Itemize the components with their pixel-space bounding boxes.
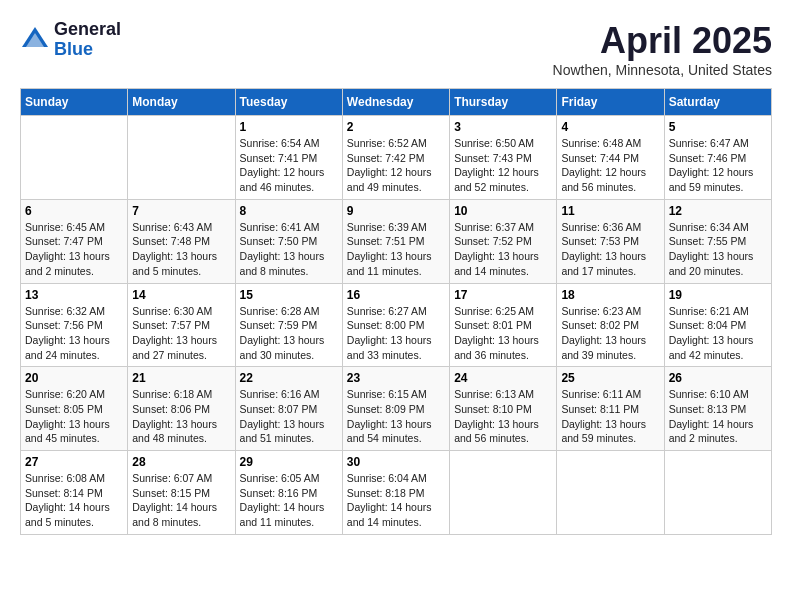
day-info: Sunrise: 6:20 AM Sunset: 8:05 PM Dayligh… (25, 387, 123, 446)
title-section: April 2025 Nowthen, Minnesota, United St… (553, 20, 772, 78)
day-info: Sunrise: 6:18 AM Sunset: 8:06 PM Dayligh… (132, 387, 230, 446)
calendar-cell: 23Sunrise: 6:15 AM Sunset: 8:09 PM Dayli… (342, 367, 449, 451)
day-info: Sunrise: 6:48 AM Sunset: 7:44 PM Dayligh… (561, 136, 659, 195)
calendar-cell: 14Sunrise: 6:30 AM Sunset: 7:57 PM Dayli… (128, 283, 235, 367)
logo-text: General Blue (54, 20, 121, 60)
calendar-cell: 9Sunrise: 6:39 AM Sunset: 7:51 PM Daylig… (342, 199, 449, 283)
header-day: Thursday (450, 89, 557, 116)
day-number: 15 (240, 288, 338, 302)
calendar-week: 6Sunrise: 6:45 AM Sunset: 7:47 PM Daylig… (21, 199, 772, 283)
day-info: Sunrise: 6:47 AM Sunset: 7:46 PM Dayligh… (669, 136, 767, 195)
day-info: Sunrise: 6:52 AM Sunset: 7:42 PM Dayligh… (347, 136, 445, 195)
calendar-cell: 29Sunrise: 6:05 AM Sunset: 8:16 PM Dayli… (235, 451, 342, 535)
calendar-cell (128, 116, 235, 200)
day-number: 21 (132, 371, 230, 385)
day-info: Sunrise: 6:39 AM Sunset: 7:51 PM Dayligh… (347, 220, 445, 279)
day-number: 28 (132, 455, 230, 469)
calendar-cell: 10Sunrise: 6:37 AM Sunset: 7:52 PM Dayli… (450, 199, 557, 283)
day-info: Sunrise: 6:41 AM Sunset: 7:50 PM Dayligh… (240, 220, 338, 279)
day-info: Sunrise: 6:28 AM Sunset: 7:59 PM Dayligh… (240, 304, 338, 363)
calendar-cell: 24Sunrise: 6:13 AM Sunset: 8:10 PM Dayli… (450, 367, 557, 451)
day-info: Sunrise: 6:34 AM Sunset: 7:55 PM Dayligh… (669, 220, 767, 279)
calendar-cell: 21Sunrise: 6:18 AM Sunset: 8:06 PM Dayli… (128, 367, 235, 451)
calendar-cell: 17Sunrise: 6:25 AM Sunset: 8:01 PM Dayli… (450, 283, 557, 367)
logo: General Blue (20, 20, 121, 60)
calendar-cell: 22Sunrise: 6:16 AM Sunset: 8:07 PM Dayli… (235, 367, 342, 451)
day-info: Sunrise: 6:23 AM Sunset: 8:02 PM Dayligh… (561, 304, 659, 363)
day-number: 6 (25, 204, 123, 218)
calendar-cell (664, 451, 771, 535)
day-info: Sunrise: 6:16 AM Sunset: 8:07 PM Dayligh… (240, 387, 338, 446)
header-row: SundayMondayTuesdayWednesdayThursdayFrid… (21, 89, 772, 116)
day-number: 14 (132, 288, 230, 302)
header-day: Saturday (664, 89, 771, 116)
day-number: 10 (454, 204, 552, 218)
day-number: 13 (25, 288, 123, 302)
calendar-body: 1Sunrise: 6:54 AM Sunset: 7:41 PM Daylig… (21, 116, 772, 535)
day-number: 8 (240, 204, 338, 218)
day-number: 29 (240, 455, 338, 469)
day-info: Sunrise: 6:54 AM Sunset: 7:41 PM Dayligh… (240, 136, 338, 195)
calendar-cell: 13Sunrise: 6:32 AM Sunset: 7:56 PM Dayli… (21, 283, 128, 367)
day-number: 2 (347, 120, 445, 134)
month-title: April 2025 (553, 20, 772, 62)
logo-blue: Blue (54, 40, 121, 60)
day-info: Sunrise: 6:10 AM Sunset: 8:13 PM Dayligh… (669, 387, 767, 446)
day-number: 17 (454, 288, 552, 302)
day-info: Sunrise: 6:08 AM Sunset: 8:14 PM Dayligh… (25, 471, 123, 530)
calendar-week: 20Sunrise: 6:20 AM Sunset: 8:05 PM Dayli… (21, 367, 772, 451)
day-number: 12 (669, 204, 767, 218)
day-number: 23 (347, 371, 445, 385)
page-header: General Blue April 2025 Nowthen, Minneso… (20, 20, 772, 78)
header-day: Monday (128, 89, 235, 116)
calendar-cell: 8Sunrise: 6:41 AM Sunset: 7:50 PM Daylig… (235, 199, 342, 283)
day-number: 19 (669, 288, 767, 302)
calendar-header: SundayMondayTuesdayWednesdayThursdayFrid… (21, 89, 772, 116)
calendar-cell: 5Sunrise: 6:47 AM Sunset: 7:46 PM Daylig… (664, 116, 771, 200)
calendar-week: 27Sunrise: 6:08 AM Sunset: 8:14 PM Dayli… (21, 451, 772, 535)
calendar-cell: 30Sunrise: 6:04 AM Sunset: 8:18 PM Dayli… (342, 451, 449, 535)
day-number: 5 (669, 120, 767, 134)
day-info: Sunrise: 6:43 AM Sunset: 7:48 PM Dayligh… (132, 220, 230, 279)
calendar-cell: 1Sunrise: 6:54 AM Sunset: 7:41 PM Daylig… (235, 116, 342, 200)
calendar: SundayMondayTuesdayWednesdayThursdayFrid… (20, 88, 772, 535)
day-info: Sunrise: 6:36 AM Sunset: 7:53 PM Dayligh… (561, 220, 659, 279)
header-day: Friday (557, 89, 664, 116)
day-info: Sunrise: 6:37 AM Sunset: 7:52 PM Dayligh… (454, 220, 552, 279)
location: Nowthen, Minnesota, United States (553, 62, 772, 78)
day-info: Sunrise: 6:25 AM Sunset: 8:01 PM Dayligh… (454, 304, 552, 363)
calendar-cell: 12Sunrise: 6:34 AM Sunset: 7:55 PM Dayli… (664, 199, 771, 283)
calendar-cell: 27Sunrise: 6:08 AM Sunset: 8:14 PM Dayli… (21, 451, 128, 535)
day-info: Sunrise: 6:27 AM Sunset: 8:00 PM Dayligh… (347, 304, 445, 363)
calendar-week: 13Sunrise: 6:32 AM Sunset: 7:56 PM Dayli… (21, 283, 772, 367)
header-day: Sunday (21, 89, 128, 116)
calendar-cell: 18Sunrise: 6:23 AM Sunset: 8:02 PM Dayli… (557, 283, 664, 367)
day-number: 24 (454, 371, 552, 385)
calendar-cell: 15Sunrise: 6:28 AM Sunset: 7:59 PM Dayli… (235, 283, 342, 367)
day-number: 3 (454, 120, 552, 134)
day-info: Sunrise: 6:15 AM Sunset: 8:09 PM Dayligh… (347, 387, 445, 446)
day-info: Sunrise: 6:32 AM Sunset: 7:56 PM Dayligh… (25, 304, 123, 363)
calendar-cell: 28Sunrise: 6:07 AM Sunset: 8:15 PM Dayli… (128, 451, 235, 535)
day-number: 26 (669, 371, 767, 385)
day-info: Sunrise: 6:04 AM Sunset: 8:18 PM Dayligh… (347, 471, 445, 530)
calendar-cell: 19Sunrise: 6:21 AM Sunset: 8:04 PM Dayli… (664, 283, 771, 367)
calendar-cell: 6Sunrise: 6:45 AM Sunset: 7:47 PM Daylig… (21, 199, 128, 283)
day-info: Sunrise: 6:05 AM Sunset: 8:16 PM Dayligh… (240, 471, 338, 530)
calendar-cell: 11Sunrise: 6:36 AM Sunset: 7:53 PM Dayli… (557, 199, 664, 283)
day-info: Sunrise: 6:45 AM Sunset: 7:47 PM Dayligh… (25, 220, 123, 279)
calendar-cell: 16Sunrise: 6:27 AM Sunset: 8:00 PM Dayli… (342, 283, 449, 367)
day-number: 4 (561, 120, 659, 134)
day-number: 9 (347, 204, 445, 218)
calendar-cell: 20Sunrise: 6:20 AM Sunset: 8:05 PM Dayli… (21, 367, 128, 451)
day-number: 7 (132, 204, 230, 218)
day-number: 1 (240, 120, 338, 134)
logo-general: General (54, 20, 121, 40)
header-day: Tuesday (235, 89, 342, 116)
day-number: 22 (240, 371, 338, 385)
day-number: 20 (25, 371, 123, 385)
day-info: Sunrise: 6:21 AM Sunset: 8:04 PM Dayligh… (669, 304, 767, 363)
day-number: 27 (25, 455, 123, 469)
calendar-cell: 26Sunrise: 6:10 AM Sunset: 8:13 PM Dayli… (664, 367, 771, 451)
calendar-cell: 3Sunrise: 6:50 AM Sunset: 7:43 PM Daylig… (450, 116, 557, 200)
